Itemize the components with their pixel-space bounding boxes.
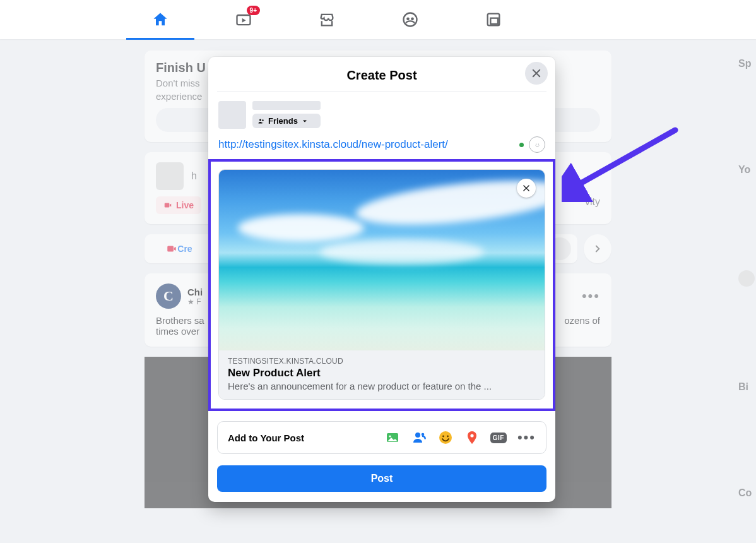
modal-author-row: Friends: [208, 92, 555, 129]
modal-avatar: [218, 101, 246, 129]
rc-sponsored: Sp: [738, 58, 756, 69]
add-to-post-label: Add to Your Post: [228, 433, 304, 443]
svg-point-2: [406, 18, 410, 21]
post-author-name[interactable]: Chi: [187, 287, 203, 297]
caret-down-icon: [301, 117, 309, 125]
modal-author-name: [252, 101, 321, 110]
link-preview-image: [219, 170, 545, 350]
post-meta: ★ F: [187, 297, 203, 306]
create-post-modal: Create Post Friends: [208, 57, 555, 502]
post-body-line1: Brothers sa: [156, 315, 204, 326]
activity-text: vity: [585, 196, 600, 208]
svg-point-15: [415, 433, 420, 438]
svg-point-16: [422, 433, 425, 436]
tag-people-icon[interactable]: [411, 430, 427, 445]
gif-icon[interactable]: GIF: [491, 430, 506, 445]
svg-rect-5: [490, 18, 498, 24]
add-to-post-row: Add to Your Post GIF •••: [217, 421, 546, 454]
rc-birthdays: Bi: [738, 381, 756, 393]
composer-avatar: [156, 162, 184, 190]
stories-next-button[interactable]: [584, 234, 611, 263]
friends-icon: [257, 117, 265, 125]
right-column: Sp Yo Bi Co: [738, 58, 756, 499]
post-avatar: C: [156, 283, 181, 309]
post-menu-button[interactable]: •••: [582, 288, 600, 304]
audience-label: Friends: [268, 116, 298, 126]
svg-point-14: [389, 435, 391, 437]
post-input-row: [208, 129, 555, 155]
modal-title: Create Post: [217, 68, 546, 83]
svg-point-18: [442, 436, 444, 438]
rc-avatar: [738, 270, 755, 287]
nav-gaming-icon[interactable]: [485, 11, 502, 28]
nav-watch-badge: 9+: [247, 6, 260, 15]
svg-point-1: [404, 13, 417, 27]
top-nav: 9+: [0, 0, 756, 39]
link-preview-domain: TESTINGSITEX.KINSTA.CLOUD: [228, 357, 536, 366]
modal-header: Create Post: [217, 57, 546, 92]
nav-home-icon[interactable]: [151, 11, 169, 28]
more-options-button[interactable]: •••: [517, 429, 536, 446]
remove-preview-button[interactable]: [517, 179, 536, 198]
nav-groups-icon[interactable]: [401, 11, 419, 28]
status-dot-icon: [519, 143, 524, 147]
rc-your: Yo: [738, 164, 756, 176]
create-story-button[interactable]: Cre: [145, 234, 214, 263]
svg-point-11: [535, 143, 536, 145]
check-in-icon[interactable]: [464, 430, 480, 445]
svg-point-12: [538, 143, 539, 145]
svg-point-8: [259, 119, 261, 121]
svg-rect-6: [165, 203, 170, 208]
link-preview-description: Here's an announcement for a new product…: [228, 381, 536, 391]
post-submit-button[interactable]: Post: [217, 465, 546, 492]
link-preview-highlight: TESTINGSITEX.KINSTA.CLOUD New Product Al…: [208, 159, 555, 411]
audience-selector[interactable]: Friends: [252, 114, 321, 128]
composer-placeholder: h: [191, 170, 197, 182]
svg-point-19: [447, 436, 449, 438]
post-body-right: ozens of: [564, 315, 600, 337]
nav-watch-icon[interactable]: 9+: [235, 11, 252, 28]
live-video-button[interactable]: Live: [156, 196, 201, 214]
svg-rect-7: [168, 246, 174, 252]
rc-contacts: Co: [738, 487, 756, 499]
photo-video-icon[interactable]: [385, 430, 400, 445]
modal-close-button[interactable]: [525, 62, 548, 85]
link-preview-card[interactable]: TESTINGSITEX.KINSTA.CLOUD New Product Al…: [218, 169, 545, 400]
emoji-picker-button[interactable]: [529, 136, 545, 153]
post-text-input[interactable]: [218, 138, 514, 151]
svg-point-9: [262, 119, 263, 121]
feeling-icon[interactable]: [438, 430, 453, 445]
link-preview-meta: TESTINGSITEX.KINSTA.CLOUD New Product Al…: [219, 350, 545, 399]
svg-point-20: [470, 434, 473, 437]
svg-point-17: [439, 431, 452, 444]
link-preview-title: New Product Alert: [228, 367, 536, 379]
post-body-line2: times over: [156, 326, 204, 337]
svg-point-3: [411, 18, 414, 21]
nav-marketplace-icon[interactable]: [318, 11, 336, 28]
svg-point-10: [533, 141, 540, 148]
